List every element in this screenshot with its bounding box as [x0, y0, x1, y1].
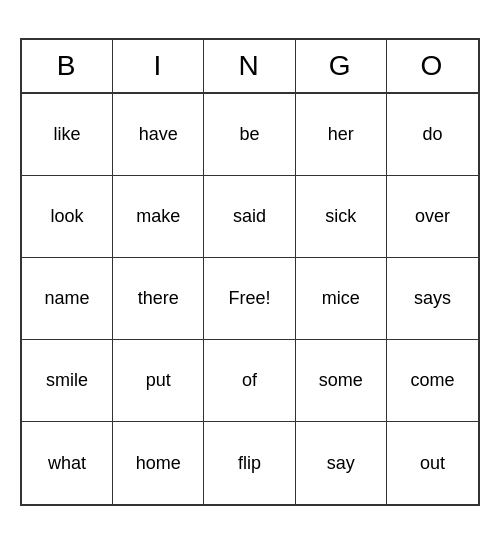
bingo-cell-15[interactable]: smile — [22, 340, 113, 422]
bingo-cell-19[interactable]: come — [387, 340, 478, 422]
bingo-cell-7[interactable]: said — [204, 176, 295, 258]
bingo-cell-14[interactable]: says — [387, 258, 478, 340]
bingo-cell-3[interactable]: her — [296, 94, 387, 176]
bingo-cell-0[interactable]: like — [22, 94, 113, 176]
header-g: G — [296, 40, 387, 92]
bingo-cell-12[interactable]: Free! — [204, 258, 295, 340]
header-o: O — [387, 40, 478, 92]
bingo-cell-22[interactable]: flip — [204, 422, 295, 504]
header-n: N — [204, 40, 295, 92]
header-b: B — [22, 40, 113, 92]
bingo-grid: likehavebeherdolookmakesaidsickovernamet… — [22, 94, 478, 504]
bingo-cell-17[interactable]: of — [204, 340, 295, 422]
bingo-cell-10[interactable]: name — [22, 258, 113, 340]
bingo-cell-9[interactable]: over — [387, 176, 478, 258]
bingo-card: B I N G O likehavebeherdolookmakesaidsic… — [20, 38, 480, 506]
bingo-cell-18[interactable]: some — [296, 340, 387, 422]
header-i: I — [113, 40, 204, 92]
bingo-header: B I N G O — [22, 40, 478, 94]
bingo-cell-4[interactable]: do — [387, 94, 478, 176]
bingo-cell-11[interactable]: there — [113, 258, 204, 340]
bingo-cell-2[interactable]: be — [204, 94, 295, 176]
bingo-cell-13[interactable]: mice — [296, 258, 387, 340]
bingo-cell-6[interactable]: make — [113, 176, 204, 258]
bingo-cell-20[interactable]: what — [22, 422, 113, 504]
bingo-cell-21[interactable]: home — [113, 422, 204, 504]
bingo-cell-8[interactable]: sick — [296, 176, 387, 258]
bingo-cell-24[interactable]: out — [387, 422, 478, 504]
bingo-cell-5[interactable]: look — [22, 176, 113, 258]
bingo-cell-23[interactable]: say — [296, 422, 387, 504]
bingo-cell-1[interactable]: have — [113, 94, 204, 176]
bingo-cell-16[interactable]: put — [113, 340, 204, 422]
